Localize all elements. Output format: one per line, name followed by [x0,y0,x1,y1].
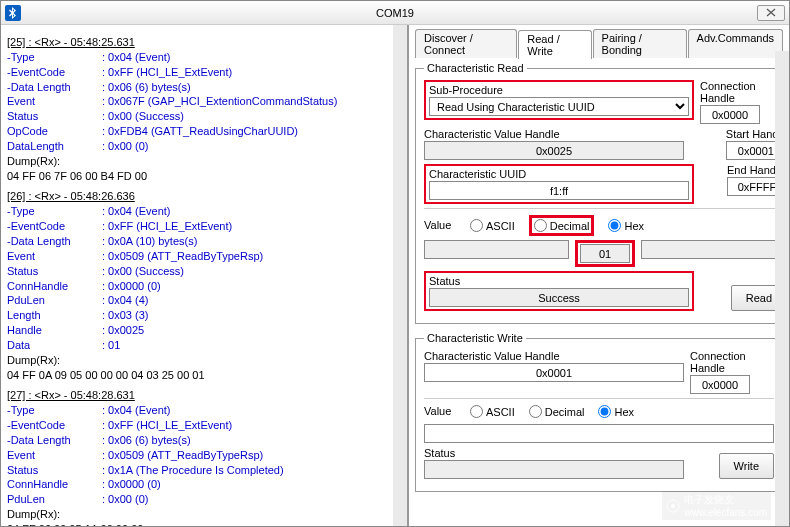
highlight-status: Status [424,271,694,311]
log-dump-label: Dump(Rx): [7,507,401,522]
log-entry-header: [25] : <Rx> - 05:48:25.631 [7,35,401,50]
highlight-value [575,240,635,267]
log-field: -Type: 0x04 (Event) [7,204,401,219]
log-field: -Data Length: 0x0A (10) bytes(s) [7,234,401,249]
window-title: COM19 [1,7,789,19]
log-field: ConnHandle: 0x0000 (0) [7,279,401,294]
tab-strip: Discover / Connect Read / Write Pairing … [415,29,783,58]
char-value-handle-input[interactable] [424,141,684,160]
log-field: ConnHandle: 0x0000 (0) [7,477,401,492]
write-value-label: Value [424,405,464,417]
status-label: Status [429,275,689,287]
status-output [429,288,689,307]
log-field: Event: 0x0509 (ATT_ReadByTypeRsp) [7,448,401,463]
log-field: -Data Length: 0x06 (6) bytes(s) [7,433,401,448]
characteristic-write-group: Characteristic Write Characteristic Valu… [415,332,783,492]
log-field: PduLen: 0x04 (4) [7,293,401,308]
log-dump-data: 04 FF 06 09 05 1A 00 00 00 [7,522,401,526]
value-output-right [641,240,787,259]
write-cvh-input[interactable] [424,363,684,382]
char-uuid-input[interactable] [429,181,689,200]
write-radio-hex[interactable]: Hex [598,405,634,418]
divider [424,208,787,209]
char-value-handle-label: Characteristic Value Handle [424,128,684,140]
highlight-sub-procedure: Sub-Procedure Read Using Characteristic … [424,80,694,120]
log-field: -EventCode: 0xFF (HCI_LE_ExtEvent) [7,65,401,80]
log-entry-header: [26] : <Rx> - 05:48:26.636 [7,189,401,204]
characteristic-read-legend: Characteristic Read [424,62,527,74]
log-dump-data: 04 FF 06 7F 06 00 B4 FD 00 [7,169,401,184]
write-conn-handle-label: Connection Handle [690,350,774,374]
char-uuid-label: Characteristic UUID [429,168,689,180]
log-panel: [25] : <Rx> - 05:48:25.631-Type: 0x04 (E… [1,25,409,526]
value-output [580,244,630,263]
radio-decimal[interactable]: Decimal [534,219,590,232]
tab-discover-connect[interactable]: Discover / Connect [415,29,517,58]
sub-procedure-select[interactable]: Read Using Characteristic UUID [429,97,689,116]
log-field: DataLength: 0x00 (0) [7,139,401,154]
close-button[interactable] [757,5,785,21]
log-entry-header: [27] : <Rx> - 05:48:28.631 [7,388,401,403]
write-value-input[interactable] [424,424,774,443]
title-bar: COM19 [1,1,789,25]
tab-read-write[interactable]: Read / Write [518,30,591,59]
write-radio-decimal[interactable]: Decimal [529,405,585,418]
log-field: Handle: 0x0025 [7,323,401,338]
log-field: Status: 0x1A (The Procedure Is Completed… [7,463,401,478]
value-label: Value [424,219,464,231]
connection-handle-label: Connection Handle [700,80,787,104]
log-field: -Type: 0x04 (Event) [7,50,401,65]
log-field: Status: 0x00 (Success) [7,264,401,279]
write-status-output [424,460,684,479]
divider [424,398,774,399]
tab-pairing-bonding[interactable]: Pairing / Bonding [593,29,687,58]
close-icon [761,8,781,17]
log-dump-data: 04 FF 0A 09 05 00 00 00 04 03 25 00 01 [7,368,401,383]
characteristic-read-group: Characteristic Read Sub-Procedure Read U… [415,62,789,324]
log-scrollbar[interactable] [393,25,407,526]
write-radio-ascii[interactable]: ASCII [470,405,515,418]
radio-ascii[interactable]: ASCII [470,219,515,232]
write-value-format-radios: ASCII Decimal Hex [470,403,634,420]
log-field: -EventCode: 0xFF (HCI_LE_ExtEvent) [7,418,401,433]
write-button[interactable]: Write [719,453,774,479]
value-format-radios: ASCII Decimal Hex [470,213,644,238]
log-field: -EventCode: 0xFF (HCI_LE_ExtEvent) [7,219,401,234]
tab-adv-commands[interactable]: Adv.Commands [688,29,783,58]
connection-handle-input[interactable] [700,105,760,124]
write-status-label: Status [424,447,684,459]
svg-point-1 [671,504,675,508]
watermark: 电子发烧友 www.elecfans.com [662,491,771,520]
radio-hex[interactable]: Hex [608,219,644,232]
log-field: Event: 0x0509 (ATT_ReadByTypeRsp) [7,249,401,264]
log-field: Data: 01 [7,338,401,353]
log-field: Event: 0x067F (GAP_HCI_ExtentionCommandS… [7,94,401,109]
log-dump-label: Dump(Rx): [7,353,401,368]
log-field: OpCode: 0xFDB4 (GATT_ReadUsingCharUUID) [7,124,401,139]
highlight-uuid: Characteristic UUID [424,164,694,204]
value-output-left [424,240,569,259]
right-panel: Discover / Connect Read / Write Pairing … [409,25,789,526]
highlight-decimal: Decimal [529,215,595,236]
sub-procedure-label: Sub-Procedure [429,84,689,96]
log-field: Length: 0x03 (3) [7,308,401,323]
log-dump-label: Dump(Rx): [7,154,401,169]
characteristic-write-legend: Characteristic Write [424,332,526,344]
log-field: Status: 0x00 (Success) [7,109,401,124]
log-field: PduLen: 0x00 (0) [7,492,401,507]
write-conn-handle-input[interactable] [690,375,750,394]
log-field: -Data Length: 0x06 (6) bytes(s) [7,80,401,95]
watermark-icon [666,499,680,513]
app-window: COM19 [25] : <Rx> - 05:48:25.631-Type: 0… [0,0,790,527]
log-field: -Type: 0x04 (Event) [7,403,401,418]
right-scrollbar[interactable] [775,51,789,526]
content-area: [25] : <Rx> - 05:48:25.631-Type: 0x04 (E… [1,25,789,526]
write-cvh-label: Characteristic Value Handle [424,350,684,362]
